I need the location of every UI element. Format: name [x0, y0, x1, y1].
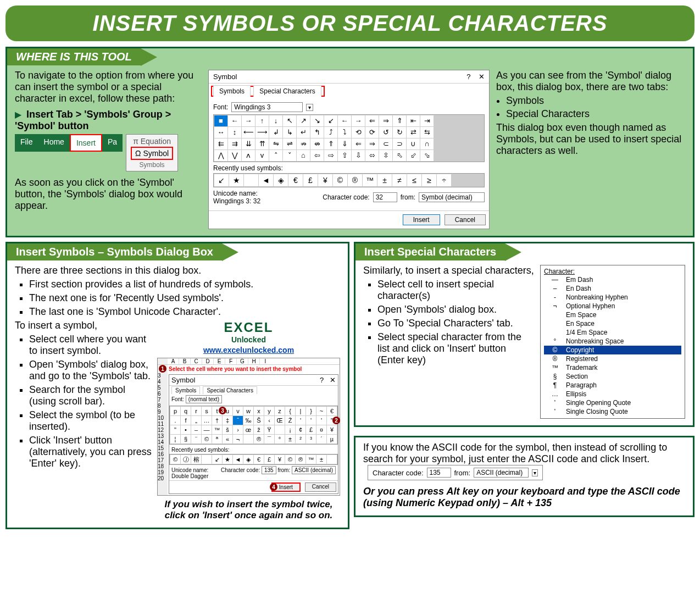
recent-symbol-cell[interactable]: £	[264, 455, 274, 464]
symbol-cell[interactable]: ↙	[324, 115, 337, 126]
char-list-row[interactable]: En Space	[544, 319, 681, 328]
symbol-cell[interactable]: ⟲	[352, 127, 365, 138]
symbol-cell[interactable]: ²	[296, 435, 305, 443]
recent-symbol-cell[interactable]: ©	[285, 455, 295, 464]
cancel-button[interactable]: Cancel	[445, 214, 486, 225]
recent-symbol-cell[interactable]: ≠	[392, 174, 407, 186]
char-list-row[interactable]: …Ellipsis	[544, 390, 681, 398]
ascii-from-select[interactable]: ASCII (decimal)	[474, 468, 529, 478]
symbol-cell[interactable]: s	[202, 407, 212, 415]
symbol-cell[interactable]: ↻	[393, 127, 406, 138]
symbol-cell[interactable]: y	[264, 407, 274, 415]
recent-symbol-cell[interactable]: £	[303, 174, 318, 186]
symbol-cell[interactable]: ⤵	[338, 127, 351, 138]
symbol-cell[interactable]: ⟳	[365, 127, 379, 138]
symbol-cell[interactable]: ¯	[264, 435, 274, 443]
small-close-icon[interactable]: ? ✕	[320, 376, 336, 384]
char-list-row[interactable]: 'Single Opening Quote	[544, 398, 681, 407]
symbol-cell[interactable]: →	[352, 115, 365, 126]
symbol-cell[interactable]: ⇒	[365, 138, 379, 149]
symbol-cell[interactable]: |	[296, 407, 305, 415]
symbol-cell[interactable]: ⇏	[297, 138, 310, 149]
symbol-cell[interactable]: ⇤	[407, 115, 420, 126]
symbol-cell[interactable]: ⟶	[255, 127, 269, 138]
tab-symbols[interactable]: Symbols	[213, 85, 251, 97]
tab-special-characters[interactable]: Special Characters	[253, 85, 321, 97]
symbol-cell[interactable]: …	[202, 416, 212, 425]
small-font-value[interactable]: (normal text)	[186, 395, 222, 403]
symbol-cell[interactable]: →	[242, 115, 255, 126]
symbol-cell[interactable]: ↓	[269, 115, 282, 126]
symbol-cell[interactable]: ↳	[283, 127, 296, 138]
symbol-cell[interactable]: ⬄	[365, 150, 379, 161]
symbol-cell[interactable]: ⇇	[214, 138, 227, 149]
symbol-cell[interactable]: ⇒	[379, 115, 392, 126]
ribbon-insert[interactable]: Insert	[70, 134, 102, 152]
symbol-cell[interactable]: r	[191, 407, 201, 415]
symbol-cell[interactable]: ↔	[214, 127, 227, 138]
char-list-row[interactable]: ™Trademark	[544, 363, 681, 372]
symbol-cell[interactable]: „	[191, 416, 201, 425]
symbol-cell[interactable]: ↖	[283, 115, 296, 126]
recent-symbol-cell[interactable]: ◄	[259, 174, 273, 186]
symbol-cell[interactable]: '	[296, 416, 305, 425]
symbol-cell[interactable]: Š	[254, 416, 264, 425]
symbol-cell[interactable]: ™	[212, 425, 222, 434]
symbol-cell[interactable]: ⇉	[228, 138, 241, 149]
symbol-cell[interactable]: ⇩	[352, 150, 365, 161]
recent-symbols-grid[interactable]: ↙★◄◈€£¥©®™±≠≤≥÷	[213, 173, 485, 187]
insert-button[interactable]: Insert	[403, 214, 440, 225]
symbol-cell[interactable]: †	[212, 416, 222, 425]
ribbon-pa[interactable]: Pa	[102, 134, 123, 152]
symbol-cell[interactable]: ⬃	[407, 150, 420, 161]
char-list-row[interactable]: 'Single Closing Quote	[544, 407, 681, 416]
symbol-cell[interactable]: ­	[243, 435, 253, 443]
symbol-cell[interactable]: "	[170, 425, 180, 434]
symbol-cell[interactable]: ⇓	[338, 138, 351, 149]
symbol-grid[interactable]: ■←→↑↓↖↗↘↙←→⇐⇒⇑⇤⇥↔↕⟵⟶↲↳↵↰⤴⤵⟲⟳↺↻⇄⇆⇇⇉⇊⇈⇋⇌⇏⇎…	[213, 114, 485, 162]
recent-symbol-cell[interactable]: ★	[223, 455, 232, 464]
symbol-cell[interactable]: w	[243, 407, 253, 415]
recent-symbol-cell[interactable]: ◈	[274, 174, 288, 186]
char-list-row[interactable]: ¶Paragraph	[544, 381, 681, 390]
small-tab-special[interactable]: Special Characters	[203, 386, 257, 394]
recent-symbol-cell[interactable]: Ⓙ	[181, 455, 191, 464]
symbol-cell[interactable]	[275, 425, 285, 434]
small-cancel-button[interactable]: Cancel	[305, 482, 336, 492]
recent-symbol-cell[interactable]: ◄	[233, 455, 243, 464]
ribbon-home[interactable]: Home	[38, 134, 70, 152]
symbol-cell[interactable]: ↗	[297, 115, 310, 126]
symbol-cell[interactable]: ⌂	[297, 150, 310, 161]
symbol-cell[interactable]: ˆ	[233, 416, 243, 425]
recent-symbol-cell[interactable]: ±	[377, 174, 392, 186]
symbol-cell[interactable]: ¬	[233, 435, 243, 443]
symbol-cell[interactable]: ⇊	[242, 138, 255, 149]
recent-symbol-cell[interactable]: ↙	[212, 455, 222, 464]
logo-link[interactable]: www.excelunlocked.com	[203, 346, 294, 354]
symbol-cell[interactable]: ↘	[310, 115, 324, 126]
symbol-cell[interactable]: ±	[285, 435, 295, 443]
symbol-cell[interactable]: š	[223, 425, 232, 434]
character-list[interactable]: Character: —Em Dash–En Dash-Nonbreaking …	[540, 265, 685, 419]
symbol-cell[interactable]: ⋀	[214, 150, 227, 161]
symbol-cell[interactable]: v	[255, 150, 269, 161]
recent-symbol-cell[interactable]: ↙	[214, 174, 229, 186]
symbol-cell[interactable]: ¡	[285, 425, 295, 434]
symbol-cell[interactable]: ª	[212, 435, 222, 443]
small-symbol-grid[interactable]: pqrstuvwxyz{|}~€.f„…†‡ˆ‰Š‹ŒŽ'''""•–—™š›œ…	[169, 406, 338, 445]
char-list-row[interactable]: –En Dash	[544, 284, 681, 293]
symbol-cell[interactable]: x	[254, 407, 264, 415]
symbol-cell[interactable]: ⇎	[310, 138, 324, 149]
recent-symbol-cell[interactable]: €	[254, 455, 264, 464]
symbol-cell[interactable]: ⊂	[379, 138, 392, 149]
symbol-cell[interactable]: q	[181, 407, 191, 415]
symbol-cell[interactable]: ⤴	[324, 127, 337, 138]
symbol-cell[interactable]: ´	[316, 435, 326, 443]
symbol-cell[interactable]: ¦	[170, 435, 180, 443]
symbol-cell[interactable]: ⇋	[269, 138, 282, 149]
symbol-cell[interactable]: ⇦	[310, 150, 324, 161]
symbol-cell[interactable]: ⇐	[365, 115, 379, 126]
symbol-cell[interactable]: ʌ	[242, 150, 255, 161]
recent-symbol-cell[interactable]: ≥	[422, 174, 436, 186]
char-list-row[interactable]: —Em Dash	[544, 275, 681, 284]
